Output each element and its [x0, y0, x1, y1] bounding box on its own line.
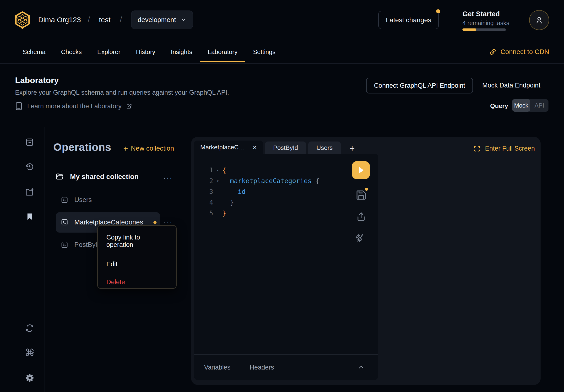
folder-open-icon [56, 173, 64, 181]
tab-insights[interactable]: Insights [171, 40, 193, 63]
code-token: { [222, 166, 226, 174]
line-number: 5 [194, 209, 213, 217]
main-nav: Schema Checks Explorer History Insights … [0, 41, 564, 64]
user-icon [534, 15, 544, 25]
new-collection-label: New collection [131, 145, 174, 152]
book-icon [15, 102, 23, 111]
fold-arrow-icon[interactable]: ▾ [213, 179, 222, 183]
bookmark-icon[interactable] [25, 212, 34, 221]
tab-history[interactable]: History [136, 40, 155, 63]
menu-item-delete[interactable]: Delete [98, 273, 176, 291]
latest-changes-button[interactable]: Latest changes [378, 11, 439, 29]
editor-tab-label: Users [316, 144, 333, 152]
tab-laboratory[interactable]: Laboratory [208, 40, 237, 63]
plus-icon: + [123, 144, 128, 153]
latest-changes-label: Latest changes [386, 16, 431, 24]
tab-headers[interactable]: Headers [250, 364, 274, 371]
user-avatar[interactable] [529, 10, 549, 30]
query-editor[interactable]: 1 ▾ { 2 ▾ marketplaceCategories { 3 id 4… [194, 154, 378, 380]
settings-gear-icon[interactable] [25, 373, 34, 383]
code-line: 4 } [194, 197, 378, 208]
enter-fullscreen-button[interactable]: Enter Full Screen [473, 145, 535, 154]
menu-item-copy-link[interactable]: Copy link to operation [98, 227, 176, 255]
toggle-option-mock[interactable]: Mock [512, 99, 530, 112]
command-icon[interactable] [25, 348, 34, 357]
connect-to-cdn-link[interactable]: Connect to CDN [489, 40, 549, 63]
line-number: 3 [194, 188, 213, 195]
editor-tab-users[interactable]: Users [308, 141, 341, 154]
chevron-down-icon [181, 17, 186, 23]
page-description: Explore your GraphQL schema and run quer… [15, 89, 229, 96]
sync-icon[interactable] [25, 323, 34, 333]
tab-settings[interactable]: Settings [253, 40, 275, 63]
fold-arrow-icon[interactable]: ▾ [213, 168, 222, 173]
external-link-icon [126, 103, 132, 109]
new-tab-button[interactable]: + [350, 144, 355, 154]
connect-endpoint-button[interactable]: Connect GraphQL API Endpoint [366, 78, 473, 94]
tab-schema[interactable]: Schema [23, 40, 45, 63]
line-number: 1 [194, 166, 213, 174]
breadcrumb-separator: / [88, 15, 90, 23]
line-number: 4 [194, 199, 213, 206]
editor-tab-label: MarketplaceC… [200, 144, 245, 151]
save-operation-button[interactable] [356, 190, 367, 200]
code-token: { [312, 177, 319, 184]
query-mode-toggle: Mock API [512, 99, 549, 112]
prettify-broom-icon[interactable] [355, 233, 366, 245]
toggle-option-api[interactable]: API [530, 99, 549, 112]
collection-name: My shared collection [70, 173, 139, 181]
tab-explorer[interactable]: Explorer [97, 40, 121, 63]
target-selector[interactable]: development [131, 11, 193, 29]
line-number: 2 [194, 177, 213, 184]
share-operation-button[interactable] [356, 211, 366, 222]
query-label: Query [490, 102, 508, 110]
operation-icon [61, 219, 68, 226]
editor-tab-bar: MarketplaceC… × PostById Users + Enter F… [194, 140, 535, 154]
editor-tab-post-by-id[interactable]: PostById [265, 141, 306, 154]
link-icon [489, 48, 497, 56]
learn-more-link[interactable]: Learn more about the Laboratory [15, 102, 132, 111]
editor-bottom-bar: Variables Headers [194, 354, 378, 380]
run-query-button[interactable] [352, 161, 370, 179]
operation-item-post-by-id[interactable]: PostById [61, 241, 101, 249]
code-line: 5 } [194, 208, 378, 218]
collection-menu-button[interactable]: ··· [164, 174, 173, 182]
code-line: 3 id [194, 186, 378, 197]
get-started-title[interactable]: Get Started [462, 10, 500, 18]
notification-dot [436, 9, 440, 13]
breadcrumb-project[interactable]: test [99, 16, 110, 24]
editor-tab-marketplace[interactable]: MarketplaceC… × [194, 140, 263, 154]
page-title: Laboratory [15, 76, 59, 85]
code-token: marketplaceCategories [222, 177, 312, 184]
sidebar-divider [44, 127, 44, 392]
code-token: } [222, 199, 234, 206]
mock-data-endpoint-button[interactable]: Mock Data Endpoint [482, 82, 540, 89]
fullscreen-icon [473, 145, 481, 152]
menu-item-edit[interactable]: Edit [98, 255, 176, 273]
operation-icon [61, 196, 68, 203]
target-selector-value: development [138, 16, 176, 24]
tab-checks[interactable]: Checks [61, 40, 82, 63]
collections-archive-icon[interactable] [25, 137, 34, 147]
tab-variables[interactable]: Variables [204, 364, 231, 371]
chevron-up-icon[interactable] [358, 364, 365, 371]
operation-label: Users [74, 196, 92, 204]
unsaved-changes-dot [153, 221, 157, 224]
operation-context-menu: Copy link to operation Edit Delete [97, 225, 177, 289]
get-started-subtitle: 4 remaining tasks [462, 20, 509, 27]
learn-more-label: Learn more about the Laboratory [27, 102, 122, 110]
new-folder-icon[interactable] [25, 187, 34, 197]
get-started-progress [462, 28, 506, 31]
code-area: 1 ▾ { 2 ▾ marketplaceCategories { 3 id 4… [194, 165, 378, 218]
collection-my-shared[interactable]: My shared collection [56, 173, 139, 181]
new-collection-button[interactable]: + New collection [123, 144, 174, 153]
editor-tab-label: PostById [273, 144, 298, 152]
history-icon[interactable] [25, 162, 34, 172]
unsaved-changes-dot [365, 188, 368, 191]
breadcrumb-org[interactable]: Dima Org123 [38, 16, 81, 24]
code-token: } [222, 209, 226, 217]
code-line: 2 ▾ marketplaceCategories { [194, 175, 378, 186]
operation-item-users[interactable]: Users [61, 196, 92, 204]
close-tab-icon[interactable]: × [253, 144, 257, 151]
hive-logo[interactable] [14, 11, 31, 29]
